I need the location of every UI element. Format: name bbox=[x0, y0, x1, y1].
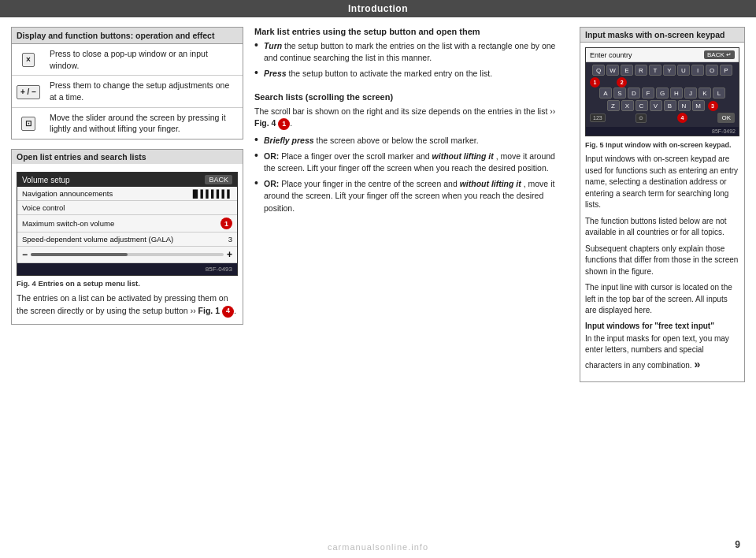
plusminus-symbol: + / − bbox=[17, 85, 40, 99]
display-table: × Press to close a pop-up window or an i… bbox=[12, 44, 243, 139]
kp-back-button[interactable]: BACK ↵ bbox=[704, 50, 735, 59]
vs-row-maxvol: Maximum switch-on volume 1 bbox=[17, 215, 237, 232]
key-A[interactable]: A bbox=[599, 87, 612, 99]
watermark: carmanualsonline.info bbox=[328, 542, 428, 552]
vs-header: Volume setup BACK bbox=[17, 173, 237, 187]
fig1-ref: Fig. 1 bbox=[198, 306, 220, 315]
page-header: Introduction bbox=[0, 0, 756, 17]
key-Z[interactable]: Z bbox=[607, 100, 620, 111]
key-M[interactable]: M bbox=[692, 100, 705, 111]
free-text-subtitle: Input windows for "free text input" bbox=[585, 322, 739, 330]
key-V[interactable]: V bbox=[650, 100, 662, 111]
entries-para: The entries on a list can be activated b… bbox=[12, 292, 243, 324]
vs-row-voice: Voice control bbox=[17, 201, 237, 215]
key-D[interactable]: D bbox=[628, 87, 640, 99]
vs-row-label: Navigation announcements bbox=[22, 189, 113, 198]
vs-gala-label: Speed-dependent volume adjustment (GALA) bbox=[22, 235, 173, 244]
key-123[interactable]: 123 bbox=[590, 113, 606, 122]
key-U[interactable]: U bbox=[677, 65, 690, 76]
key-ok[interactable]: OK bbox=[717, 113, 735, 123]
description-cell: Press them to change the setup adjustmen… bbox=[45, 76, 243, 107]
key-W[interactable]: W bbox=[606, 65, 619, 76]
open-list-body: Volume setup BACK Navigation announcemen… bbox=[12, 164, 243, 324]
key-S[interactable]: S bbox=[613, 87, 626, 99]
open-list-box: Open list entries and search lists Volum… bbox=[11, 149, 243, 325]
vs-row-gala: Speed-dependent volume adjustment (GALA)… bbox=[17, 232, 237, 247]
vs-fig-ref: 85F-0493 bbox=[206, 266, 232, 273]
key-G[interactable]: G bbox=[656, 87, 669, 99]
description-cell: Press to close a pop-up window or an inp… bbox=[45, 44, 243, 76]
or1-bold: OR: bbox=[264, 151, 279, 161]
right-para-4: The input line with cursor is located on… bbox=[585, 282, 739, 317]
table-row: ⊡ Move the slider around the screen by p… bbox=[12, 107, 243, 139]
description-cell: Move the slider around the screen by pre… bbox=[45, 107, 243, 139]
or1-rest: Place a finger over the scroll marker an… bbox=[281, 151, 432, 161]
bullet-dot-icon: • bbox=[254, 177, 261, 214]
key-P[interactable]: P bbox=[720, 65, 732, 76]
bullet-press: • Press the setup button to activate the… bbox=[254, 68, 569, 80]
fig4-ref: Fig. 4 bbox=[254, 118, 276, 128]
circle-2-kp-icon: 2 bbox=[617, 77, 627, 87]
bullet-dot-icon: • bbox=[254, 150, 261, 174]
plus-icon[interactable]: + bbox=[227, 249, 232, 260]
vs-slider[interactable] bbox=[31, 253, 224, 256]
key-H[interactable]: H bbox=[670, 87, 683, 99]
circle-3-kp-icon: 3 bbox=[708, 101, 718, 111]
key-N[interactable]: N bbox=[678, 100, 691, 111]
display-box-title: Display and function buttons: operation … bbox=[12, 28, 243, 44]
key-K[interactable]: K bbox=[699, 87, 711, 99]
vs-title: Volume setup bbox=[22, 176, 70, 184]
key-X[interactable]: X bbox=[621, 100, 634, 111]
bullet-turn: • Turn the setup button to mark the entr… bbox=[254, 40, 569, 64]
or2-bold: OR: bbox=[264, 179, 279, 188]
vs-slider-fill bbox=[31, 253, 127, 256]
input-masks-body: Enter country BACK ↵ Q W E R bbox=[580, 43, 744, 381]
kp-keyboard: Q W E R T Y U I O P 1 bbox=[586, 62, 739, 127]
display-function-box: Display and function buttons: operation … bbox=[11, 27, 243, 140]
kp-footer: 85F-0492 bbox=[586, 127, 739, 136]
search-list-title: Search lists (scrolling the screen) bbox=[254, 92, 569, 102]
briefly-word: Briefly press bbox=[264, 136, 314, 145]
kp-back-label: BACK bbox=[707, 51, 724, 58]
arrow-icon: ›› bbox=[550, 106, 555, 116]
page-content: Display and function buttons: operation … bbox=[0, 17, 756, 555]
key-O[interactable]: O bbox=[706, 65, 718, 76]
key-I[interactable]: I bbox=[691, 65, 704, 76]
kp-fig-ref: 85F-0492 bbox=[712, 128, 736, 134]
kp-bottom-row: 123 ⊙ 4 OK bbox=[588, 113, 736, 123]
key-C[interactable]: C bbox=[636, 100, 648, 111]
fig5-caption: Fig. 5 Input window with on-screen keypa… bbox=[585, 141, 739, 149]
bullet-press-text: Press the setup button to activate the m… bbox=[264, 68, 492, 80]
key-J[interactable]: J bbox=[684, 87, 697, 99]
vs-back-button[interactable]: BACK bbox=[205, 175, 232, 184]
key-E[interactable]: E bbox=[621, 65, 633, 76]
key-F[interactable]: F bbox=[642, 87, 654, 99]
vs-row-nav: Navigation announcements ▐▌▌▌▌▌▌▌ bbox=[17, 187, 237, 201]
vs-row-label: Voice control bbox=[22, 203, 65, 212]
right-column: Input masks with on-screen keypad Enter … bbox=[580, 27, 745, 547]
bullet-turn-text: Turn the setup button to mark the entrie… bbox=[264, 40, 569, 64]
key-L[interactable]: L bbox=[713, 87, 725, 99]
minus-icon[interactable]: − bbox=[22, 249, 28, 260]
bullet-or1: • OR: Place a finger over the scroll mar… bbox=[254, 151, 569, 174]
bullet-dot-icon: • bbox=[254, 39, 261, 64]
circle-1-kp-icon: 1 bbox=[590, 77, 600, 87]
key-R[interactable]: R bbox=[635, 65, 647, 76]
search-intro-text: The scroll bar is shown on the right and… bbox=[254, 106, 547, 116]
key-T[interactable]: T bbox=[649, 65, 662, 76]
fig4-caption: Fig. 4 Entries on a setup menu list. bbox=[12, 276, 243, 292]
free-text-span: In the input masks for open text, you ma… bbox=[585, 334, 729, 370]
fig5-text: Input window with on-screen keypad. bbox=[606, 141, 732, 149]
fig4-label: Fig. 4 bbox=[17, 279, 36, 288]
key-Q[interactable]: Q bbox=[592, 65, 605, 76]
key-B[interactable]: B bbox=[664, 100, 676, 111]
vs-row-label: Maximum switch-on volume bbox=[22, 219, 114, 228]
turn-rest: the setup button to mark the entries on … bbox=[264, 41, 555, 62]
vs-footer: 85F-0493 bbox=[17, 263, 237, 275]
bullet-dot-icon: • bbox=[254, 134, 261, 147]
key-Y[interactable]: Y bbox=[663, 65, 676, 76]
slider-symbol: ⊡ bbox=[21, 117, 35, 131]
free-text-para: In the input masks for open text, you ma… bbox=[585, 333, 739, 372]
key-globe[interactable]: ⊙ bbox=[636, 113, 647, 123]
kp-header: Enter country BACK ↵ bbox=[586, 48, 739, 62]
